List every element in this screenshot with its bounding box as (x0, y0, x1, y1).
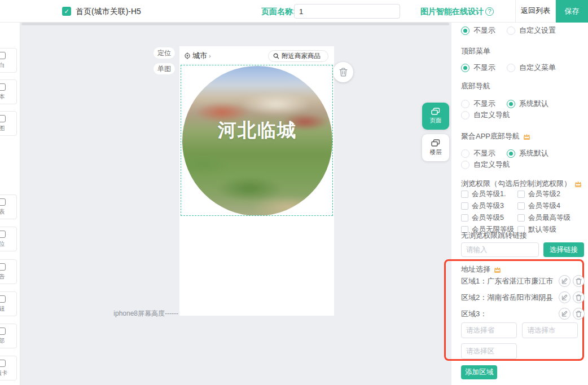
screen-height-marker: iphone8屏幕高度------ (102, 309, 178, 318)
checkbox-member-level-1[interactable]: 会员等级1. (461, 189, 511, 199)
checkbox-icon[interactable] (517, 191, 525, 198)
component-card-list[interactable]: 表 (0, 194, 17, 219)
checkbox-label: 会员等级1. (472, 189, 506, 199)
component-label: 部 (0, 337, 5, 345)
trash-icon (339, 68, 348, 77)
page-checkbox[interactable]: ✓ (62, 7, 71, 16)
floor-settings-fab[interactable]: 楼层 (422, 134, 449, 161)
checkbox-member-level-4[interactable]: 会员等级4 (517, 201, 584, 211)
smart-design-link[interactable]: 图片智能在线设计? (420, 0, 494, 23)
radio-label: 自定义菜单 (519, 63, 556, 73)
district-select[interactable] (461, 343, 517, 359)
radio-icon[interactable] (507, 64, 515, 72)
region-label: 区域2： (461, 293, 487, 302)
component-card-ad[interactable]: 告 (0, 259, 17, 284)
phone-location-bar[interactable]: 城市 › (184, 50, 211, 61)
radio-selected-icon[interactable] (461, 64, 469, 72)
delete-region-button[interactable] (573, 291, 585, 303)
checkbox-default-level[interactable]: 默认等级 (517, 225, 584, 234)
block-tag-single-image: 单图 (153, 63, 175, 74)
help-icon[interactable]: ? (485, 7, 494, 16)
component-icon (0, 295, 6, 303)
checkbox-member-level-5[interactable]: 会员等级5 (461, 213, 511, 223)
delete-block-button[interactable] (333, 62, 353, 82)
component-icon (0, 231, 6, 238)
search-icon (273, 53, 279, 59)
choose-link-button[interactable]: 选择链接 (543, 242, 584, 257)
radio-option-custom-nav[interactable]: 自定义导航 (461, 160, 510, 170)
checkbox-label: 会员等级2 (528, 189, 560, 199)
radio-label: 系统默认 (519, 99, 548, 109)
add-region-button[interactable]: 添加区域 (461, 365, 497, 379)
smart-design-label: 图片智能在线设计 (420, 7, 484, 16)
radio-option-custom-menu[interactable]: 自定义菜单 (507, 63, 556, 73)
editor-canvas: 定位 单图 城市 › 附近商家商品 河北临城 (20, 23, 451, 385)
checkbox-icon[interactable] (461, 191, 468, 198)
checkbox-member-level-2[interactable]: 会员等级2 (517, 189, 584, 199)
component-label: 图 (0, 125, 5, 132)
radio-selected-icon[interactable] (507, 100, 515, 108)
component-card-text[interactable]: 本 (0, 79, 17, 104)
component-card-image[interactable]: 图 (0, 111, 17, 136)
radio-option-hide[interactable]: 不显示 (461, 99, 495, 109)
page-name-input[interactable] (294, 4, 400, 19)
province-city-select-row (461, 322, 578, 338)
radio-label: 自定义导航 (473, 110, 510, 120)
permissions-title: 浏览权限（勾选后控制浏览权限） (461, 179, 582, 189)
checkbox-label: 会员等级5 (472, 213, 504, 223)
radio-icon[interactable] (461, 111, 469, 120)
selected-image-block[interactable]: 河北临城 (181, 65, 333, 216)
radio-option-custom[interactable]: 自定义设置 (507, 25, 556, 36)
edit-icon (561, 311, 568, 317)
page-settings-fab[interactable]: 页面 (422, 103, 449, 130)
location-target-icon (184, 52, 191, 59)
checkbox-icon[interactable] (461, 214, 468, 222)
back-to-list-button[interactable]: 返回列表 (515, 0, 556, 23)
radio-option-system-default[interactable]: 系统默认 (507, 148, 548, 158)
address-select-title-text: 地址选择 (461, 264, 490, 275)
component-card-blank[interactable]: 白 (0, 48, 17, 73)
checkbox-label: 会员等级4 (528, 201, 560, 211)
delete-region-button[interactable] (573, 275, 585, 287)
checkbox-icon[interactable] (461, 202, 468, 210)
city-select[interactable] (522, 322, 578, 338)
region-value: 广东省湛江市廉江市 (487, 277, 553, 285)
component-card-button[interactable]: 钮 (0, 291, 17, 316)
component-card-header[interactable]: 部 (0, 324, 17, 348)
horizontal-scrollbar[interactable] (21, 23, 449, 25)
region-label: 区域3： (461, 309, 487, 318)
component-label: 项卡 (0, 369, 8, 377)
component-card-locate[interactable]: 位 (0, 227, 17, 251)
radio-icon[interactable] (507, 26, 515, 35)
checkbox-member-level-3[interactable]: 会员等级3 (461, 201, 511, 211)
radio-option-system-default[interactable]: 系统默认 (507, 99, 548, 109)
chevron-right-icon: › (209, 52, 211, 59)
radio-option-hide[interactable]: 不显示 (461, 148, 495, 158)
component-icon (0, 198, 6, 206)
checkbox-icon[interactable] (517, 214, 525, 222)
edit-region-button[interactable] (559, 308, 571, 320)
radio-icon[interactable] (461, 149, 469, 158)
component-card-tabs[interactable]: 项卡 (0, 356, 17, 380)
checkbox-label: 会员最高等级 (528, 213, 571, 223)
checkbox-label: 会员等级3 (472, 201, 504, 211)
phone-search-bar[interactable]: 附近商家商品 (268, 50, 328, 62)
edit-region-button[interactable] (559, 275, 571, 287)
component-label: 表 (0, 208, 5, 216)
link-input[interactable] (461, 242, 539, 257)
radio-selected-icon[interactable] (507, 149, 515, 158)
radio-icon[interactable] (461, 100, 469, 108)
radio-option-hide[interactable]: 不显示 (461, 63, 495, 73)
edit-region-button[interactable] (559, 291, 571, 303)
delete-region-button[interactable] (573, 308, 585, 320)
province-select[interactable] (461, 322, 517, 338)
checkbox-icon[interactable] (517, 202, 525, 210)
search-placeholder-text: 附近商家商品 (282, 52, 321, 60)
radio-option-custom-nav[interactable]: 自定义导航 (461, 110, 510, 120)
radio-icon[interactable] (461, 161, 469, 169)
radio-option-hide[interactable]: 不显示 (461, 25, 495, 36)
save-button[interactable]: 保存 (556, 0, 588, 23)
edit-icon (561, 294, 568, 300)
radio-selected-icon[interactable] (461, 26, 469, 35)
checkbox-member-highest[interactable]: 会员最高等级 (517, 213, 584, 223)
